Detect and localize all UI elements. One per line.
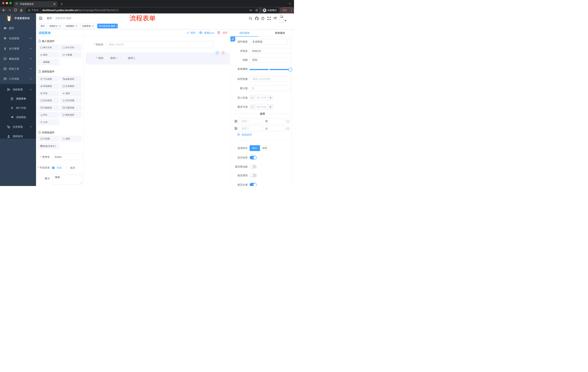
svg-text:123: 123 xyxy=(63,54,65,55)
